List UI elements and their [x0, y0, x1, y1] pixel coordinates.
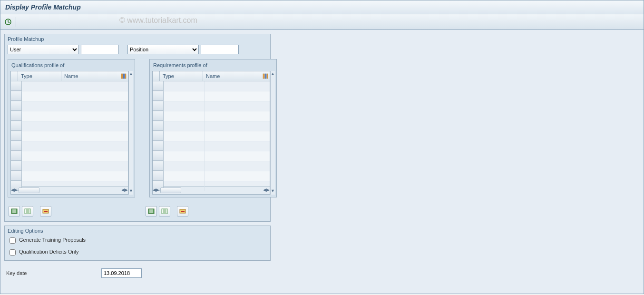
clock-execute-icon	[5, 19, 11, 25]
table-row[interactable]	[153, 171, 270, 181]
hscroll-thumb[interactable]	[160, 187, 181, 193]
svg-rect-1	[121, 74, 123, 79]
user-select[interactable]: User	[8, 45, 79, 54]
position-input[interactable]	[201, 45, 239, 54]
row-selector-header[interactable]	[153, 71, 160, 81]
page-title: Display Profile Matchup	[0, 0, 644, 14]
qualifications-frame: Qualifications profile of Type Name	[8, 59, 135, 197]
generate-training-checkbox-row[interactable]: Generate Training Proposals	[5, 235, 270, 246]
table-row[interactable]	[153, 91, 270, 101]
select-all-button[interactable]	[146, 206, 157, 216]
generate-training-label: Generate Training Proposals	[19, 237, 86, 243]
qualification-deficits-label: Qualification Deficits Only	[19, 249, 78, 255]
scroll-right-end-icon[interactable]: ▶	[125, 187, 128, 194]
scroll-up-icon[interactable]: ▲	[271, 71, 275, 78]
table-row[interactable]	[11, 91, 128, 101]
scroll-left-end-icon[interactable]: ◀	[263, 187, 266, 194]
select-all-icon	[11, 208, 18, 214]
table-row[interactable]	[153, 121, 270, 131]
key-date-label: Key date	[6, 270, 87, 276]
svg-rect-6	[267, 74, 268, 79]
svg-rect-10	[44, 211, 48, 212]
deselect-all-icon	[24, 208, 31, 214]
qualifications-title: Qualifications profile of	[10, 61, 132, 71]
delete-row-button[interactable]	[40, 206, 51, 216]
deselect-all-button[interactable]	[159, 206, 170, 216]
qualifications-grid: Type Name	[10, 71, 128, 195]
table-row[interactable]	[11, 111, 128, 121]
svg-rect-4	[263, 74, 264, 79]
scroll-right-end-icon[interactable]: ▶	[266, 187, 270, 194]
qualification-deficits-checkbox-row[interactable]: Qualification Deficits Only	[5, 246, 270, 258]
scroll-right-icon[interactable]: ▶	[14, 187, 18, 194]
delete-row-icon	[42, 208, 49, 214]
svg-rect-3	[125, 74, 126, 79]
select-all-icon	[148, 208, 155, 214]
select-all-button[interactable]	[9, 206, 20, 216]
col-name[interactable]: Name	[61, 71, 119, 81]
table-row[interactable]	[11, 101, 128, 111]
body-area: Profile Matchup User Position	[0, 30, 644, 285]
svg-rect-5	[265, 74, 266, 79]
table-row[interactable]	[153, 141, 270, 151]
column-config-button[interactable]	[261, 71, 270, 81]
table-row[interactable]	[11, 121, 128, 131]
profile-matchup-title: Profile Matchup	[5, 34, 270, 43]
editing-options-panel: Editing Options Generate Training Propos…	[4, 226, 271, 261]
user-input[interactable]	[81, 45, 119, 54]
app-window: Display Profile Matchup © www.tutorialka…	[0, 0, 644, 294]
editing-options-title: Editing Options	[5, 226, 270, 235]
scroll-right-icon[interactable]: ▶	[156, 187, 159, 194]
deselect-all-button[interactable]	[22, 206, 33, 216]
scroll-up-icon[interactable]: ▲	[129, 71, 133, 78]
profile-matchup-panel: Profile Matchup User Position	[4, 34, 271, 222]
svg-rect-2	[123, 74, 125, 79]
key-date-input[interactable]	[101, 268, 142, 278]
v-scrollbar[interactable]: ▲ ▼	[128, 71, 133, 195]
table-row[interactable]	[153, 151, 270, 161]
delete-row-button[interactable]	[177, 206, 188, 216]
table-settings-icon	[263, 73, 268, 79]
col-name[interactable]: Name	[203, 71, 261, 81]
grid-body	[11, 81, 128, 186]
tables-row: Qualifications profile of Type Name	[5, 59, 270, 202]
generate-training-checkbox[interactable]	[10, 237, 16, 244]
table-row[interactable]	[153, 81, 270, 91]
column-config-button[interactable]	[119, 71, 128, 81]
scroll-left-icon[interactable]: ◀	[153, 187, 156, 194]
requirements-grid: Type Name	[152, 71, 270, 195]
requirements-frame: Requirements profile of Type Name	[149, 59, 277, 197]
table-settings-icon	[121, 73, 127, 79]
hscroll-thumb[interactable]	[19, 187, 39, 193]
filter-row: User Position	[5, 43, 270, 59]
requirements-title: Requirements profile of	[152, 61, 274, 71]
scroll-down-icon[interactable]: ▼	[129, 188, 133, 195]
delete-row-icon	[179, 208, 186, 214]
deselect-all-icon	[161, 208, 168, 214]
scroll-left-icon[interactable]: ◀	[11, 187, 14, 194]
col-type[interactable]: Type	[18, 71, 61, 81]
col-type[interactable]: Type	[160, 71, 203, 81]
table-row[interactable]	[11, 161, 128, 171]
table-row[interactable]	[11, 141, 128, 151]
key-date-row: Key date	[4, 265, 273, 282]
qualification-deficits-checkbox[interactable]	[10, 249, 16, 256]
position-select[interactable]: Position	[127, 45, 199, 54]
table-row[interactable]	[11, 81, 128, 91]
execute-button[interactable]	[3, 17, 13, 27]
table-row[interactable]	[153, 161, 270, 171]
toolbar: © www.tutorialkart.com	[0, 14, 644, 30]
table-row[interactable]	[153, 111, 270, 121]
scroll-left-end-icon[interactable]: ◀	[121, 187, 125, 194]
table-row[interactable]	[11, 131, 128, 141]
row-selector-header[interactable]	[11, 71, 18, 81]
svg-rect-14	[181, 211, 185, 212]
grid-body	[153, 81, 270, 186]
table-row[interactable]	[11, 171, 128, 181]
v-scrollbar[interactable]: ▲ ▼	[270, 71, 275, 195]
toolbar-separator	[16, 17, 16, 27]
scroll-down-icon[interactable]: ▼	[271, 188, 275, 195]
table-row[interactable]	[11, 151, 128, 161]
table-row[interactable]	[153, 101, 270, 111]
table-row[interactable]	[153, 131, 270, 141]
